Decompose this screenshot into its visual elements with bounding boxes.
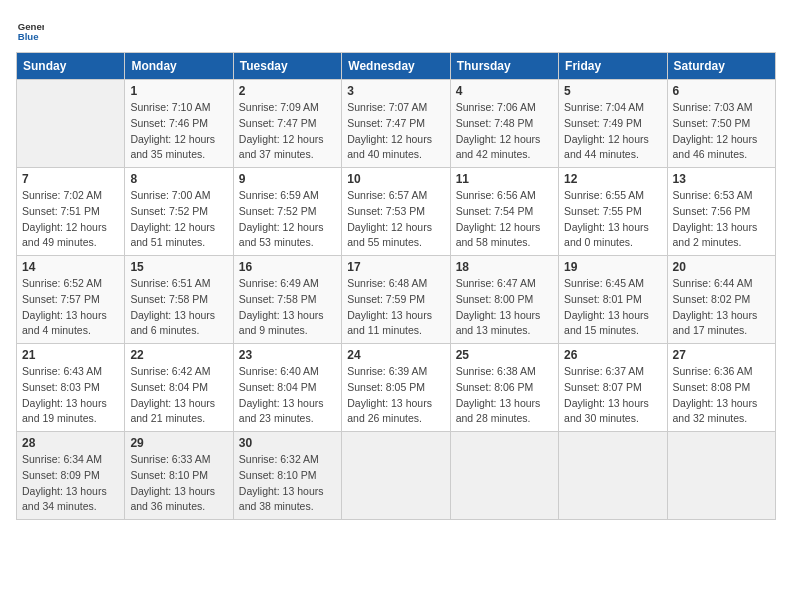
calendar-cell: 18Sunrise: 6:47 AMSunset: 8:00 PMDayligh… [450, 256, 558, 344]
calendar-cell: 27Sunrise: 6:36 AMSunset: 8:08 PMDayligh… [667, 344, 775, 432]
svg-text:Blue: Blue [18, 31, 39, 42]
day-number: 8 [130, 172, 227, 186]
calendar-cell: 21Sunrise: 6:43 AMSunset: 8:03 PMDayligh… [17, 344, 125, 432]
day-info: Sunrise: 6:43 AMSunset: 8:03 PMDaylight:… [22, 364, 119, 427]
calendar-cell: 29Sunrise: 6:33 AMSunset: 8:10 PMDayligh… [125, 432, 233, 520]
day-info: Sunrise: 7:06 AMSunset: 7:48 PMDaylight:… [456, 100, 553, 163]
weekday-header-tuesday: Tuesday [233, 53, 341, 80]
calendar-cell: 4Sunrise: 7:06 AMSunset: 7:48 PMDaylight… [450, 80, 558, 168]
calendar-cell: 28Sunrise: 6:34 AMSunset: 8:09 PMDayligh… [17, 432, 125, 520]
calendar-cell: 26Sunrise: 6:37 AMSunset: 8:07 PMDayligh… [559, 344, 667, 432]
day-number: 10 [347, 172, 444, 186]
day-info: Sunrise: 7:03 AMSunset: 7:50 PMDaylight:… [673, 100, 770, 163]
day-info: Sunrise: 6:40 AMSunset: 8:04 PMDaylight:… [239, 364, 336, 427]
calendar-cell: 8Sunrise: 7:00 AMSunset: 7:52 PMDaylight… [125, 168, 233, 256]
calendar-body: 1Sunrise: 7:10 AMSunset: 7:46 PMDaylight… [17, 80, 776, 520]
day-number: 26 [564, 348, 661, 362]
calendar-cell: 3Sunrise: 7:07 AMSunset: 7:47 PMDaylight… [342, 80, 450, 168]
calendar-cell: 1Sunrise: 7:10 AMSunset: 7:46 PMDaylight… [125, 80, 233, 168]
week-row-3: 14Sunrise: 6:52 AMSunset: 7:57 PMDayligh… [17, 256, 776, 344]
day-info: Sunrise: 6:51 AMSunset: 7:58 PMDaylight:… [130, 276, 227, 339]
day-number: 25 [456, 348, 553, 362]
day-number: 29 [130, 436, 227, 450]
calendar-cell: 2Sunrise: 7:09 AMSunset: 7:47 PMDaylight… [233, 80, 341, 168]
calendar-cell: 10Sunrise: 6:57 AMSunset: 7:53 PMDayligh… [342, 168, 450, 256]
weekday-header-friday: Friday [559, 53, 667, 80]
day-number: 12 [564, 172, 661, 186]
day-number: 18 [456, 260, 553, 274]
weekday-header-saturday: Saturday [667, 53, 775, 80]
day-info: Sunrise: 6:52 AMSunset: 7:57 PMDaylight:… [22, 276, 119, 339]
weekday-header-sunday: Sunday [17, 53, 125, 80]
day-number: 16 [239, 260, 336, 274]
day-info: Sunrise: 7:07 AMSunset: 7:47 PMDaylight:… [347, 100, 444, 163]
calendar-cell: 6Sunrise: 7:03 AMSunset: 7:50 PMDaylight… [667, 80, 775, 168]
day-info: Sunrise: 6:44 AMSunset: 8:02 PMDaylight:… [673, 276, 770, 339]
day-number: 15 [130, 260, 227, 274]
day-number: 6 [673, 84, 770, 98]
day-info: Sunrise: 7:00 AMSunset: 7:52 PMDaylight:… [130, 188, 227, 251]
day-info: Sunrise: 6:53 AMSunset: 7:56 PMDaylight:… [673, 188, 770, 251]
day-info: Sunrise: 6:45 AMSunset: 8:01 PMDaylight:… [564, 276, 661, 339]
calendar-cell [559, 432, 667, 520]
week-row-1: 1Sunrise: 7:10 AMSunset: 7:46 PMDaylight… [17, 80, 776, 168]
day-info: Sunrise: 6:33 AMSunset: 8:10 PMDaylight:… [130, 452, 227, 515]
day-number: 2 [239, 84, 336, 98]
week-row-4: 21Sunrise: 6:43 AMSunset: 8:03 PMDayligh… [17, 344, 776, 432]
calendar-cell [17, 80, 125, 168]
logo: General Blue [16, 16, 48, 44]
calendar-cell: 16Sunrise: 6:49 AMSunset: 7:58 PMDayligh… [233, 256, 341, 344]
day-number: 1 [130, 84, 227, 98]
calendar-cell: 5Sunrise: 7:04 AMSunset: 7:49 PMDaylight… [559, 80, 667, 168]
calendar-table: SundayMondayTuesdayWednesdayThursdayFrid… [16, 52, 776, 520]
weekday-header-row: SundayMondayTuesdayWednesdayThursdayFrid… [17, 53, 776, 80]
day-info: Sunrise: 6:39 AMSunset: 8:05 PMDaylight:… [347, 364, 444, 427]
day-number: 7 [22, 172, 119, 186]
day-info: Sunrise: 7:04 AMSunset: 7:49 PMDaylight:… [564, 100, 661, 163]
day-number: 19 [564, 260, 661, 274]
calendar-cell: 11Sunrise: 6:56 AMSunset: 7:54 PMDayligh… [450, 168, 558, 256]
calendar-cell: 30Sunrise: 6:32 AMSunset: 8:10 PMDayligh… [233, 432, 341, 520]
calendar-cell [667, 432, 775, 520]
day-number: 28 [22, 436, 119, 450]
calendar-cell: 15Sunrise: 6:51 AMSunset: 7:58 PMDayligh… [125, 256, 233, 344]
calendar-cell: 12Sunrise: 6:55 AMSunset: 7:55 PMDayligh… [559, 168, 667, 256]
day-info: Sunrise: 6:34 AMSunset: 8:09 PMDaylight:… [22, 452, 119, 515]
day-info: Sunrise: 7:02 AMSunset: 7:51 PMDaylight:… [22, 188, 119, 251]
day-number: 11 [456, 172, 553, 186]
day-number: 22 [130, 348, 227, 362]
page-header: General Blue [16, 16, 776, 44]
day-number: 4 [456, 84, 553, 98]
calendar-cell: 13Sunrise: 6:53 AMSunset: 7:56 PMDayligh… [667, 168, 775, 256]
day-number: 14 [22, 260, 119, 274]
calendar-cell: 20Sunrise: 6:44 AMSunset: 8:02 PMDayligh… [667, 256, 775, 344]
day-info: Sunrise: 6:48 AMSunset: 7:59 PMDaylight:… [347, 276, 444, 339]
day-number: 21 [22, 348, 119, 362]
calendar-cell: 22Sunrise: 6:42 AMSunset: 8:04 PMDayligh… [125, 344, 233, 432]
day-info: Sunrise: 6:56 AMSunset: 7:54 PMDaylight:… [456, 188, 553, 251]
day-number: 13 [673, 172, 770, 186]
day-info: Sunrise: 6:59 AMSunset: 7:52 PMDaylight:… [239, 188, 336, 251]
weekday-header-thursday: Thursday [450, 53, 558, 80]
calendar-cell: 14Sunrise: 6:52 AMSunset: 7:57 PMDayligh… [17, 256, 125, 344]
day-info: Sunrise: 6:37 AMSunset: 8:07 PMDaylight:… [564, 364, 661, 427]
day-info: Sunrise: 6:49 AMSunset: 7:58 PMDaylight:… [239, 276, 336, 339]
calendar-cell: 7Sunrise: 7:02 AMSunset: 7:51 PMDaylight… [17, 168, 125, 256]
logo-icon: General Blue [16, 16, 44, 44]
calendar-cell: 9Sunrise: 6:59 AMSunset: 7:52 PMDaylight… [233, 168, 341, 256]
calendar-cell [450, 432, 558, 520]
day-number: 30 [239, 436, 336, 450]
calendar-cell: 25Sunrise: 6:38 AMSunset: 8:06 PMDayligh… [450, 344, 558, 432]
week-row-5: 28Sunrise: 6:34 AMSunset: 8:09 PMDayligh… [17, 432, 776, 520]
calendar-cell: 23Sunrise: 6:40 AMSunset: 8:04 PMDayligh… [233, 344, 341, 432]
day-info: Sunrise: 6:57 AMSunset: 7:53 PMDaylight:… [347, 188, 444, 251]
week-row-2: 7Sunrise: 7:02 AMSunset: 7:51 PMDaylight… [17, 168, 776, 256]
day-number: 23 [239, 348, 336, 362]
day-info: Sunrise: 6:36 AMSunset: 8:08 PMDaylight:… [673, 364, 770, 427]
day-number: 17 [347, 260, 444, 274]
weekday-header-monday: Monday [125, 53, 233, 80]
day-info: Sunrise: 7:10 AMSunset: 7:46 PMDaylight:… [130, 100, 227, 163]
calendar-cell: 19Sunrise: 6:45 AMSunset: 8:01 PMDayligh… [559, 256, 667, 344]
calendar-cell [342, 432, 450, 520]
day-info: Sunrise: 6:32 AMSunset: 8:10 PMDaylight:… [239, 452, 336, 515]
